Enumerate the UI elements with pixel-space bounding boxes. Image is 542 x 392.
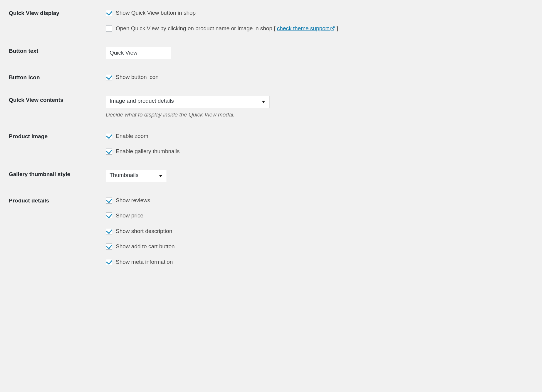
quick-view-display-field: Show Quick View button in shop Open Quic… (106, 9, 533, 33)
quick-view-contents-select-wrap: Image and product details (106, 96, 270, 108)
gallery-thumbnail-style-field: Thumbnails (106, 170, 533, 182)
external-link-icon (330, 26, 335, 31)
open-quick-view-click-row: Open Quick View by clicking on product n… (106, 24, 533, 33)
show-button-icon-row: Show button icon (106, 73, 533, 82)
quick-view-contents-field: Image and product details Decide what to… (106, 96, 533, 118)
show-short-description-label[interactable]: Show short description (116, 227, 172, 236)
open-quick-view-click-text: Open Quick View by clicking on product n… (116, 25, 272, 31)
button-text-field (106, 47, 533, 59)
button-text-row: Button text (9, 47, 533, 59)
show-quick-view-button-checkbox[interactable] (106, 10, 112, 16)
button-icon-field: Show button icon (106, 73, 533, 82)
button-text-input[interactable] (106, 47, 171, 59)
show-quick-view-button-row: Show Quick View button in shop (106, 9, 533, 17)
show-meta-checkbox[interactable] (106, 259, 112, 265)
check-theme-support-text: check theme support (277, 25, 329, 31)
product-details-row: Product details Show reviews Show price … (9, 196, 533, 266)
button-text-label: Button text (9, 47, 106, 54)
open-quick-view-click-label[interactable]: Open Quick View by clicking on product n… (116, 24, 338, 33)
show-price-row: Show price (106, 212, 533, 220)
show-reviews-row: Show reviews (106, 196, 533, 205)
show-add-to-cart-row: Show add to cart button (106, 242, 533, 251)
enable-gallery-thumbnails-checkbox[interactable] (106, 148, 112, 155)
product-image-field: Enable zoom Enable gallery thumbnails (106, 132, 533, 156)
product-details-field: Show reviews Show price Show short descr… (106, 196, 533, 266)
show-button-icon-label[interactable]: Show button icon (116, 73, 159, 82)
show-short-description-row: Show short description (106, 227, 533, 236)
gallery-thumbnail-style-select-wrap: Thumbnails (106, 170, 167, 182)
show-reviews-checkbox[interactable] (106, 197, 112, 204)
quick-view-contents-row: Quick View contents Image and product de… (9, 96, 533, 118)
enable-zoom-checkbox[interactable] (106, 133, 112, 139)
show-button-icon-checkbox[interactable] (106, 74, 112, 80)
show-reviews-label[interactable]: Show reviews (116, 196, 150, 205)
svg-line-0 (332, 27, 334, 29)
quick-view-display-row: Quick View display Show Quick View butto… (9, 9, 533, 33)
quick-view-display-label: Quick View display (9, 9, 106, 16)
chevron-down-icon (262, 101, 265, 103)
gallery-thumbnail-style-row: Gallery thumbnail style Thumbnails (9, 170, 533, 182)
check-theme-support-link[interactable]: check theme support (277, 25, 335, 31)
gallery-thumbnail-style-value: Thumbnails (110, 172, 138, 178)
settings-form: Quick View display Show Quick View butto… (9, 9, 533, 266)
quick-view-contents-label: Quick View contents (9, 96, 106, 103)
button-icon-row: Button icon Show button icon (9, 73, 533, 82)
bracket-close: ] (335, 25, 338, 31)
show-add-to-cart-label[interactable]: Show add to cart button (116, 242, 175, 251)
product-details-label: Product details (9, 196, 106, 204)
bracket-open: [ (272, 25, 277, 31)
product-image-label: Product image (9, 132, 106, 140)
open-quick-view-click-checkbox[interactable] (106, 25, 112, 32)
enable-zoom-label[interactable]: Enable zoom (116, 132, 148, 141)
enable-zoom-row: Enable zoom (106, 132, 533, 141)
show-quick-view-button-label[interactable]: Show Quick View button in shop (116, 9, 196, 17)
show-price-label[interactable]: Show price (116, 212, 143, 220)
quick-view-contents-help: Decide what to display inside the Quick … (106, 111, 533, 118)
show-add-to-cart-checkbox[interactable] (106, 243, 112, 250)
button-icon-label: Button icon (9, 73, 106, 81)
quick-view-contents-select[interactable]: Image and product details (106, 96, 270, 108)
quick-view-contents-value: Image and product details (110, 98, 174, 104)
enable-gallery-thumbnails-row: Enable gallery thumbnails (106, 147, 533, 156)
chevron-down-icon (159, 175, 162, 177)
show-meta-row: Show meta information (106, 258, 533, 266)
enable-gallery-thumbnails-label[interactable]: Enable gallery thumbnails (116, 147, 180, 156)
show-short-description-checkbox[interactable] (106, 228, 112, 234)
gallery-thumbnail-style-select[interactable]: Thumbnails (106, 170, 167, 182)
product-image-row: Product image Enable zoom Enable gallery… (9, 132, 533, 156)
show-price-checkbox[interactable] (106, 212, 112, 219)
gallery-thumbnail-style-label: Gallery thumbnail style (9, 170, 106, 178)
show-meta-label[interactable]: Show meta information (116, 258, 173, 266)
